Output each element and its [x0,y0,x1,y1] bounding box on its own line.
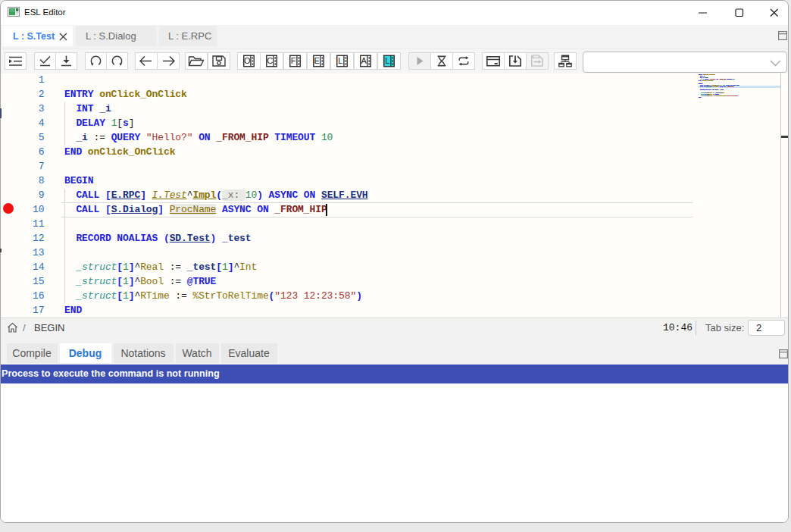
svg-text:E: E [314,56,320,65]
svg-text:A: A [361,56,367,65]
svg-text:L: L [338,56,342,65]
svg-text:L: L [385,56,389,65]
svg-text:O: O [244,56,251,65]
svg-text:C: C [267,56,273,65]
svg-text:F: F [291,56,296,65]
